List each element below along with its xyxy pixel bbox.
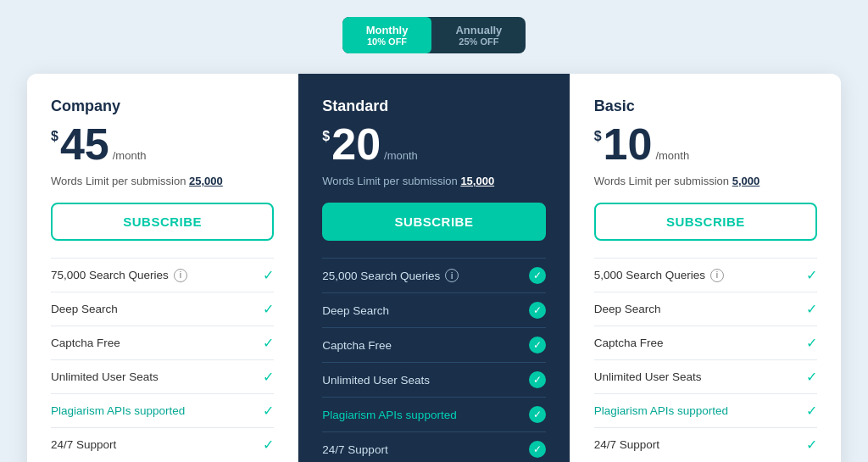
feature-text-basic-1: Deep Search	[594, 303, 661, 315]
price-period-company: /month	[113, 149, 147, 162]
feature-item-company-3: Unlimited User Seats✓	[51, 360, 274, 394]
price-row-basic: $10/month	[594, 122, 817, 166]
annually-discount: 25% OFF	[455, 36, 502, 47]
price-currency-basic: $	[594, 129, 602, 144]
info-icon-basic-0[interactable]: i	[710, 269, 724, 282]
feature-item-standard-5: 24/7 Support✓	[322, 432, 545, 462]
feature-left-company-2: Captcha Free	[51, 337, 120, 349]
feature-left-company-5: 24/7 Support	[51, 438, 116, 451]
info-icon-standard-0[interactable]: i	[445, 269, 459, 282]
feature-item-company-2: Captcha Free✓	[51, 326, 274, 360]
feature-left-basic-4: Plagiarism APIs supported	[594, 404, 728, 417]
feature-item-standard-4: Plagiarism APIs supported✓	[322, 398, 545, 432]
feature-text-basic-5: 24/7 Support	[594, 438, 659, 451]
check-icon-company-2: ✓	[263, 335, 274, 351]
check-icon-basic-2: ✓	[806, 335, 817, 351]
feature-left-standard-1: Deep Search	[322, 304, 389, 317]
words-limit-company: Words Limit per submission 25,000	[51, 175, 274, 187]
check-icon-company-1: ✓	[263, 301, 274, 317]
price-amount-company: 45	[60, 122, 109, 166]
plan-title-company: Company	[51, 97, 274, 115]
check-icon-company-3: ✓	[263, 369, 274, 385]
check-icon-basic-5: ✓	[806, 437, 817, 453]
check-icon-standard-1: ✓	[529, 302, 546, 319]
price-row-company: $45/month	[51, 122, 274, 166]
plan-card-basic: Basic$10/monthWords Limit per submission…	[570, 74, 841, 462]
feature-item-standard-0: 25,000 Search Queriesi✓	[322, 259, 545, 293]
monthly-toggle-btn[interactable]: Monthly 10% OFF	[342, 17, 432, 53]
billing-toggle: Monthly 10% OFF Annually 25% OFF	[342, 17, 526, 53]
feature-text-company-0: 75,000 Search Queries	[51, 269, 169, 281]
feature-text-basic-4: Plagiarism APIs supported	[594, 404, 728, 417]
check-icon-company-5: ✓	[263, 437, 274, 453]
plan-card-standard: Standard$20/monthWords Limit per submiss…	[298, 74, 570, 462]
plan-card-company: Company$45/monthWords Limit per submissi…	[27, 74, 298, 462]
feature-text-standard-1: Deep Search	[322, 304, 389, 317]
feature-left-basic-0: 5,000 Search Queriesi	[594, 269, 724, 282]
feature-item-standard-2: Captcha Free✓	[322, 328, 545, 363]
feature-text-standard-5: 24/7 Support	[322, 443, 387, 456]
annually-toggle-btn[interactable]: Annually 25% OFF	[431, 17, 526, 53]
feature-text-company-4: Plagiarism APIs supported	[51, 404, 185, 417]
feature-left-standard-5: 24/7 Support	[322, 443, 387, 456]
feature-text-company-3: Unlimited User Seats	[51, 370, 159, 383]
feature-item-standard-3: Unlimited User Seats✓	[322, 363, 545, 398]
check-icon-basic-0: ✓	[806, 267, 817, 283]
feature-item-basic-2: Captcha Free✓	[594, 326, 817, 360]
feature-text-company-1: Deep Search	[51, 303, 118, 315]
feature-item-basic-4: Plagiarism APIs supported✓	[594, 394, 817, 428]
feature-text-standard-0: 25,000 Search Queries	[322, 270, 440, 282]
check-icon-company-0: ✓	[263, 267, 274, 283]
feature-left-basic-3: Unlimited User Seats	[594, 370, 702, 383]
feature-left-company-1: Deep Search	[51, 303, 118, 315]
feature-left-company-3: Unlimited User Seats	[51, 370, 159, 383]
price-amount-standard: 20	[331, 122, 381, 166]
annually-label: Annually	[455, 24, 502, 36]
monthly-label: Monthly	[366, 24, 409, 36]
feature-item-basic-3: Unlimited User Seats✓	[594, 360, 817, 394]
words-limit-standard: Words Limit per submission 15,000	[322, 175, 545, 187]
feature-text-company-2: Captcha Free	[51, 337, 120, 349]
feature-text-basic-2: Captcha Free	[594, 337, 664, 349]
feature-list-basic: 5,000 Search Queriesi✓Deep Search✓Captch…	[594, 258, 817, 461]
feature-left-standard-0: 25,000 Search Queriesi	[322, 269, 459, 282]
check-icon-basic-3: ✓	[806, 369, 817, 385]
check-icon-company-4: ✓	[263, 403, 274, 419]
feature-left-standard-3: Unlimited User Seats	[322, 374, 430, 387]
feature-left-basic-5: 24/7 Support	[594, 438, 659, 451]
feature-left-basic-1: Deep Search	[594, 303, 661, 315]
words-limit-basic: Words Limit per submission 5,000	[594, 175, 817, 187]
feature-text-company-5: 24/7 Support	[51, 438, 116, 451]
feature-left-company-0: 75,000 Search Queriesi	[51, 269, 187, 282]
price-amount-basic: 10	[604, 122, 653, 166]
feature-left-standard-4: Plagiarism APIs supported	[322, 409, 456, 421]
feature-text-basic-0: 5,000 Search Queries	[594, 269, 705, 281]
feature-left-company-4: Plagiarism APIs supported	[51, 404, 185, 417]
price-row-standard: $20/month	[322, 122, 545, 166]
feature-left-basic-2: Captcha Free	[594, 337, 664, 349]
price-period-standard: /month	[384, 149, 418, 162]
feature-text-basic-3: Unlimited User Seats	[594, 370, 702, 383]
info-icon-company-0[interactable]: i	[174, 269, 187, 282]
check-icon-standard-4: ✓	[529, 406, 546, 423]
monthly-discount: 10% OFF	[366, 36, 409, 47]
feature-item-company-0: 75,000 Search Queriesi✓	[51, 259, 274, 292]
plan-title-standard: Standard	[322, 97, 545, 115]
check-icon-standard-2: ✓	[529, 337, 546, 353]
feature-item-basic-1: Deep Search✓	[594, 292, 817, 326]
check-icon-basic-4: ✓	[806, 403, 817, 419]
feature-item-standard-1: Deep Search✓	[322, 293, 545, 328]
feature-text-standard-2: Captcha Free	[322, 339, 392, 352]
price-currency-standard: $	[322, 129, 330, 144]
subscribe-btn-basic[interactable]: SUBSCRIBE	[594, 203, 817, 241]
feature-text-standard-3: Unlimited User Seats	[322, 374, 430, 387]
feature-item-company-1: Deep Search✓	[51, 292, 274, 326]
feature-item-basic-0: 5,000 Search Queriesi✓	[594, 259, 817, 292]
subscribe-btn-company[interactable]: SUBSCRIBE	[51, 203, 274, 241]
price-currency-company: $	[51, 129, 58, 144]
price-period-basic: /month	[655, 149, 689, 162]
feature-item-company-5: 24/7 Support✓	[51, 428, 274, 461]
subscribe-btn-standard[interactable]: SUBSCRIBE	[322, 203, 545, 241]
feature-item-basic-5: 24/7 Support✓	[594, 428, 817, 461]
feature-list-standard: 25,000 Search Queriesi✓Deep Search✓Captc…	[322, 258, 545, 462]
